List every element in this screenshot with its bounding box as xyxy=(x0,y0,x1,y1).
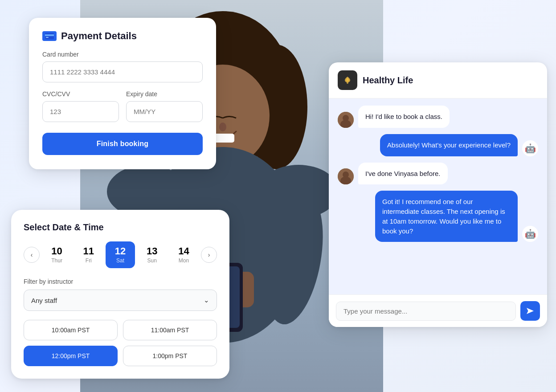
time-slots-grid: 10:00am PST 11:00am PST 12:00pm PST 1:00… xyxy=(24,320,217,366)
svg-point-13 xyxy=(219,122,226,131)
expiry-field: Expiry date xyxy=(126,90,203,122)
card-number-label: Card number xyxy=(42,51,203,58)
chat-header: Healthy Life xyxy=(329,62,547,98)
message-bubble-2: Absolutely! What's your experience level… xyxy=(380,134,518,156)
message-row-2: Absolutely! What's your experience level… xyxy=(338,134,538,156)
message-bubble-3: I've done Vinyasa before. xyxy=(358,163,448,185)
date-day-13: Sun xyxy=(147,257,157,264)
date-item-13[interactable]: 13 Sun xyxy=(138,241,167,268)
chevron-down-icon: ⌄ xyxy=(204,296,209,304)
payment-details-card: Payment Details Card number CVC/CVV Expi… xyxy=(29,18,216,169)
time-slot-10am[interactable]: 10:00am PST xyxy=(24,320,118,340)
finish-booking-button[interactable]: Finish booking xyxy=(42,133,203,155)
card-number-input[interactable] xyxy=(42,61,203,82)
send-icon xyxy=(526,306,535,315)
time-slot-12pm[interactable]: 12:00pm PST xyxy=(24,346,118,366)
credit-card-icon xyxy=(42,31,57,41)
payment-title: Payment Details xyxy=(61,30,137,42)
date-prev-button[interactable]: ‹ xyxy=(24,247,40,263)
message-bubble-4: Got it! I recommend one of our intermedi… xyxy=(375,191,518,242)
bot-avatar-1: 🤖 xyxy=(522,140,538,156)
chat-logo xyxy=(338,70,357,90)
user-avatar-1 xyxy=(338,112,354,128)
svg-rect-16 xyxy=(45,34,54,36)
svg-point-19 xyxy=(347,82,348,84)
filter-instructor-label: Filter by instructor xyxy=(24,278,217,285)
date-day-12: Sat xyxy=(116,257,124,264)
message-row-4: Got it! I recommend one of our intermedi… xyxy=(338,191,538,242)
bot-avatar-2: 🤖 xyxy=(522,226,538,242)
chat-card: Healthy Life Hi! I'd like to book a clas… xyxy=(329,62,547,327)
date-item-11[interactable]: 11 Fri xyxy=(74,241,103,268)
cvc-input[interactable] xyxy=(42,101,119,122)
date-item-12[interactable]: 12 Sat xyxy=(106,241,135,268)
date-item-10[interactable]: 10 Thur xyxy=(42,241,71,268)
staff-select-dropdown[interactable]: Any staff ⌄ xyxy=(24,290,217,311)
date-num-11: 11 xyxy=(83,246,94,257)
chat-message-input[interactable] xyxy=(336,302,516,321)
chat-input-row xyxy=(329,294,547,327)
message-bubble-1: Hi! I'd like to book a class. xyxy=(358,106,450,128)
date-day-11: Fri xyxy=(86,257,92,264)
chat-brand-name: Healthy Life xyxy=(363,75,413,86)
time-slot-1pm[interactable]: 1:00pm PST xyxy=(123,346,217,366)
cvc-field: CVC/CVV xyxy=(42,90,119,122)
staff-select-value: Any staff xyxy=(31,297,57,304)
date-num-13: 13 xyxy=(147,246,157,257)
date-item-14[interactable]: 14 Mon xyxy=(169,241,198,268)
svg-rect-17 xyxy=(46,37,49,38)
date-num-10: 10 xyxy=(51,246,62,257)
expiry-label: Expiry date xyxy=(126,90,203,98)
date-day-14: Mon xyxy=(179,257,189,264)
cvc-expiry-row: CVC/CVV Expiry date xyxy=(42,90,203,122)
payment-header: Payment Details xyxy=(42,30,203,42)
date-selector-row: ‹ 10 Thur 11 Fri 12 Sat 13 Sun 14 Mon › xyxy=(24,241,217,268)
time-slot-11am[interactable]: 11:00am PST xyxy=(123,320,217,340)
datetime-title: Select Date & Time xyxy=(24,222,217,233)
send-message-button[interactable] xyxy=(520,301,540,321)
chat-messages-area: Hi! I'd like to book a class. Absolutely… xyxy=(329,98,547,294)
user-avatar-2 xyxy=(338,168,354,184)
card-number-field: Card number xyxy=(42,51,203,90)
cvc-label: CVC/CVV xyxy=(42,90,119,98)
message-row-3: I've done Vinyasa before. xyxy=(338,163,538,185)
date-num-14: 14 xyxy=(178,246,189,257)
datetime-card: Select Date & Time ‹ 10 Thur 11 Fri 12 S… xyxy=(11,210,229,379)
message-row-1: Hi! I'd like to book a class. xyxy=(338,106,538,128)
date-next-button[interactable]: › xyxy=(201,247,217,263)
expiry-input[interactable] xyxy=(126,101,203,122)
date-day-10: Thur xyxy=(51,257,62,264)
date-num-12: 12 xyxy=(115,246,126,257)
